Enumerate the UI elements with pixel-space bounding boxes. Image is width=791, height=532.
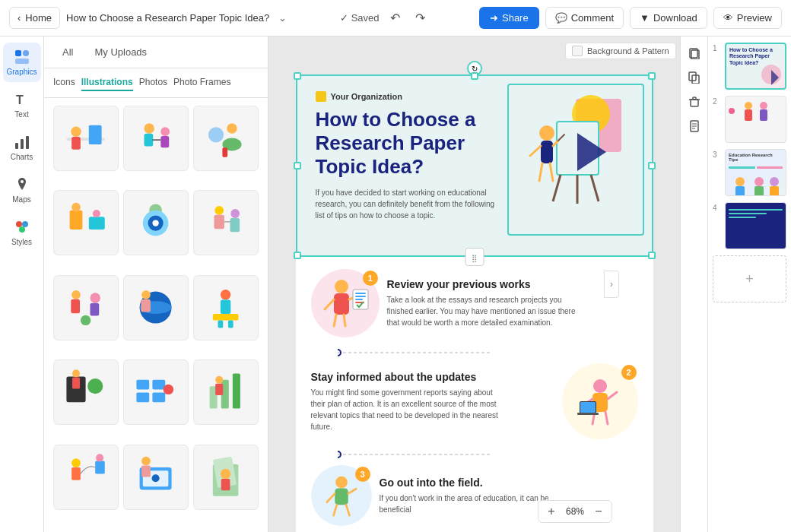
share-button[interactable]: ➜ Share (479, 7, 539, 29)
illustration-item[interactable] (193, 359, 259, 425)
illustration-item[interactable] (123, 359, 189, 425)
slide-thumb-img-4[interactable] (725, 202, 786, 249)
handle-bl[interactable] (294, 252, 301, 259)
more-options-button[interactable] (684, 116, 705, 137)
handle-tl[interactable] (294, 72, 301, 80)
delete-button[interactable] (684, 91, 705, 112)
slide-thumb-2[interactable]: 2 (713, 96, 786, 143)
handle-mr[interactable] (648, 162, 656, 169)
graphics-icon (14, 49, 30, 65)
svg-point-31 (215, 206, 224, 215)
svg-rect-112 (577, 413, 599, 415)
right-toolbar (680, 36, 707, 532)
svg-rect-15 (145, 134, 154, 147)
illustrations-grid (44, 98, 268, 532)
svg-line-95 (334, 315, 336, 326)
svg-text:T: T (16, 93, 24, 106)
background-pattern-label[interactable]: Background & Pattern (565, 43, 676, 59)
svg-point-45 (221, 290, 230, 299)
photos-category-tab[interactable]: Photos (139, 74, 167, 91)
svg-rect-6 (26, 136, 29, 149)
svg-rect-47 (213, 314, 239, 320)
zoom-out-button[interactable]: − (590, 503, 607, 520)
illustration-item[interactable] (123, 190, 189, 255)
hero-illustration[interactable] (507, 84, 644, 236)
slide-thumb-img-3[interactable]: Education Research Tips (725, 149, 786, 196)
title-dropdown-button[interactable]: ⌄ (275, 11, 290, 25)
svg-point-140 (754, 177, 764, 186)
icons-category-tab[interactable]: Icons (53, 74, 75, 91)
svg-rect-139 (735, 186, 745, 196)
slide-thumb-4[interactable]: 4 (713, 202, 786, 249)
undo-button[interactable]: ↶ (386, 8, 405, 28)
svg-rect-66 (96, 461, 106, 474)
svg-rect-63 (216, 383, 224, 394)
svg-rect-54 (137, 379, 150, 389)
copy-style-button[interactable] (684, 43, 705, 64)
handle-tr[interactable] (648, 72, 656, 80)
slide-hero[interactable]: ↻ Your Organization (296, 74, 653, 257)
slide-thumb-num-1: 1 (713, 43, 722, 52)
slide-thumb-3[interactable]: 3 Education Research Tips (713, 149, 786, 196)
sidebar-item-text[interactable]: T Text (3, 85, 41, 125)
handle-ml[interactable] (294, 162, 301, 169)
redo-button[interactable]: ↷ (411, 8, 430, 28)
slide-thumb-img-2[interactable] (725, 96, 786, 143)
home-button[interactable]: ‹ Home (9, 7, 60, 29)
text-label: Text (14, 110, 28, 119)
sidebar-item-charts[interactable]: Charts (3, 128, 41, 167)
charts-label: Charts (11, 153, 33, 161)
illustration-item[interactable] (123, 275, 189, 340)
illustration-item[interactable] (123, 106, 189, 171)
handle-br[interactable] (648, 252, 656, 259)
document-title[interactable]: How to Choose a Research Paper Topic Ide… (66, 12, 269, 24)
canvas-page: ↻ Your Organization (296, 74, 653, 532)
illustration-item[interactable] (193, 190, 259, 255)
bg-pattern-text: Background & Pattern (587, 46, 669, 55)
sidebar-item-maps[interactable]: Maps (3, 170, 41, 210)
right-scroll-arrow[interactable]: › (604, 271, 619, 298)
svg-point-134 (745, 102, 752, 109)
step1-desc: Take a look at the essays and research p… (387, 294, 585, 328)
hero-desc: If you have decided to start working on … (316, 187, 498, 221)
illustration-item[interactable] (53, 445, 119, 510)
illustration-item[interactable] (53, 275, 119, 340)
illustrations-category-tab[interactable]: Illustrations (81, 74, 133, 91)
sidebar-item-graphics[interactable]: Graphics (3, 43, 41, 82)
svg-rect-92 (334, 293, 349, 315)
styles-label: Styles (11, 238, 32, 246)
preview-button[interactable]: 👁 Preview (713, 7, 782, 29)
all-tab[interactable]: All (53, 43, 82, 62)
slide-thumb-1[interactable]: 1 How to Choose a Research Paper Topic I… (713, 43, 786, 90)
handle-tc[interactable] (471, 72, 478, 80)
photo-frames-category-tab[interactable]: Photo Frames (173, 74, 230, 91)
add-slide-button[interactable]: + (713, 255, 786, 302)
duplicate-button[interactable] (684, 67, 705, 88)
illustration-item[interactable] (193, 275, 259, 340)
svg-point-1 (23, 50, 29, 56)
comment-button[interactable]: 💬 Comment (545, 7, 624, 29)
chevron-left-icon: ‹ (17, 12, 21, 24)
svg-rect-46 (221, 300, 230, 314)
drag-handle[interactable]: ⣿ (465, 248, 484, 266)
illustration-item[interactable] (53, 359, 119, 425)
sidebar-item-styles[interactable]: Styles (3, 213, 41, 252)
illustration-item[interactable] (193, 445, 259, 510)
my-uploads-tab[interactable]: My Uploads (85, 43, 156, 62)
thumb2-dot (729, 108, 735, 114)
download-button[interactable]: ▼ Download (630, 7, 707, 29)
illustration-item[interactable] (53, 106, 119, 171)
thumb4-line3 (729, 217, 756, 218)
svg-rect-23 (70, 211, 83, 230)
svg-point-91 (335, 280, 348, 293)
svg-rect-72 (142, 465, 151, 477)
step1-title: Review your previous works (387, 278, 585, 290)
svg-point-58 (164, 384, 173, 394)
illustration-item[interactable] (123, 445, 189, 510)
preview-label: Preview (737, 12, 772, 24)
slide-thumb-img-1[interactable]: How to Choose a Research Paper Topic Ide… (725, 43, 786, 90)
illustration-item[interactable] (193, 106, 259, 171)
step3-number: 3 (355, 467, 370, 482)
zoom-in-button[interactable]: + (543, 503, 560, 520)
illustration-item[interactable] (53, 190, 119, 255)
